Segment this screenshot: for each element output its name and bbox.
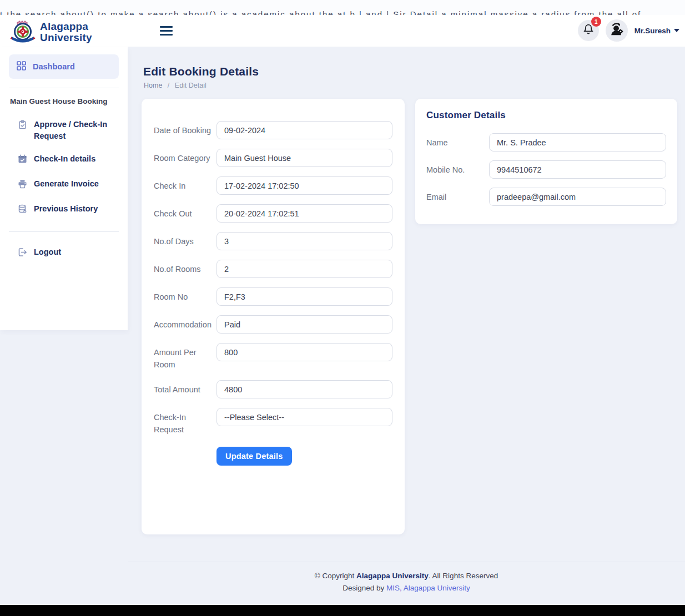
update-details-button[interactable]: Update Details (216, 447, 292, 466)
calendar-check-icon (18, 153, 27, 167)
sidebar-item-label: Approve / Check-In Request (34, 119, 118, 142)
form-row: Room CategoryMain Guest House (154, 149, 392, 167)
input-email[interactable]: pradeepa@gmail.com (489, 188, 666, 206)
field-label: Check-In Request (154, 408, 216, 436)
university-name: Alagappa University (40, 21, 92, 43)
sidebar-item-dashboard[interactable]: Dashboard (9, 54, 119, 79)
form-row: NameMr. S. Pradee (426, 133, 666, 152)
university-emblem-icon (10, 18, 36, 46)
form-row: Room NoF2,F3 (154, 287, 392, 306)
sidebar-item-approve-check-in-request[interactable]: Approve / Check-In Request (9, 113, 119, 148)
input-date-of-booking[interactable]: 09-02-2024 (216, 121, 392, 139)
form-row: Check In17-02-2024 17:02:50 (154, 176, 392, 195)
user-menu[interactable]: Mr.Suresh (634, 27, 679, 35)
field-label: Room Category (154, 149, 216, 164)
top-clipped-artifact: t the search about() to make a search ab… (0, 0, 685, 15)
field-label: No.of Rooms (154, 260, 216, 275)
customer-details-title: Customer Details (426, 110, 666, 121)
breadcrumb-separator: / (168, 82, 169, 89)
dashboard-grid-icon (17, 61, 26, 72)
input-room-no[interactable]: F2,F3 (216, 287, 392, 306)
user-avatar[interactable] (606, 19, 628, 42)
form-row: Mobile No.9944510672 (426, 160, 666, 179)
field-label: Date of Booking (154, 121, 216, 137)
logout-icon (18, 246, 27, 260)
form-row: Amount Per Room800 (154, 343, 392, 371)
app-header: Alagappa University 1 (0, 15, 685, 47)
footer-brand: Alagappa University (356, 572, 429, 580)
sidebar-item-label: Generate Invoice (34, 178, 99, 190)
input-no-of-days[interactable]: 3 (216, 232, 392, 250)
form-row: No.of Days3 (154, 232, 392, 250)
field-label: Accommodation (154, 315, 216, 331)
designed-by-link[interactable]: MIS, Alagappa University (386, 584, 470, 592)
sidebar-toggle-hamburger-icon[interactable] (160, 24, 173, 37)
sidebar-item-previous-history[interactable]: Previous History (9, 198, 119, 223)
input-name[interactable]: Mr. S. Pradee (489, 133, 666, 152)
input-mobile-no[interactable]: 9944510672 (489, 160, 666, 179)
sidebar: Dashboard Main Guest House Booking Appro… (0, 47, 128, 330)
sidebar-item-check-in-details[interactable]: Check-In details (9, 148, 119, 173)
clipboard-check-icon (18, 119, 27, 133)
breadcrumb: Home / Edit Detail (144, 82, 206, 89)
field-label: Mobile No. (426, 160, 489, 176)
input-total-amount[interactable]: 4800 (216, 380, 392, 398)
input-room-category[interactable]: Main Guest House (216, 149, 392, 167)
input-amount-per-room[interactable]: 800 (216, 343, 392, 361)
sidebar-item-label: Previous History (34, 203, 98, 215)
sidebar-item-generate-invoice[interactable]: Generate Invoice (9, 173, 119, 198)
footer: © Copyright Alagappa University. All Rig… (128, 572, 685, 592)
field-label: Check In (154, 176, 216, 192)
field-label: Name (426, 133, 489, 149)
user-name-label: Mr.Suresh (634, 27, 671, 35)
clipped-text: t the search about() to make a search ab… (0, 9, 685, 15)
copyright-line: © Copyright Alagappa University. All Rig… (128, 572, 685, 580)
bell-icon (583, 24, 594, 37)
breadcrumb-current: Edit Detail (175, 82, 206, 89)
sidebar-divider (9, 231, 119, 232)
field-label: Amount Per Room (154, 343, 216, 371)
sidebar-item-label: Logout (34, 246, 61, 258)
page-title: Edit Booking Details (143, 65, 259, 78)
university-logo[interactable]: Alagappa University (10, 18, 92, 46)
field-label: No.of Days (154, 232, 216, 248)
field-label: Check Out (154, 204, 216, 220)
input-accommodation[interactable]: Paid (216, 315, 392, 334)
breadcrumb-home-link[interactable]: Home (144, 82, 162, 89)
notifications-button[interactable]: 1 (578, 20, 599, 41)
bottom-black-bar (0, 605, 685, 616)
sidebar-section-title: Main Guest House Booking (10, 97, 119, 105)
form-row: Check-In Request--Please Select-- (154, 408, 392, 436)
form-row: Total Amount4800 (154, 380, 392, 398)
form-row: Date of Booking09-02-2024 (154, 121, 392, 139)
printer-icon (18, 178, 27, 192)
input-check-out[interactable]: 20-02-2024 17:02:51 (216, 204, 392, 223)
sidebar-divider (9, 88, 119, 88)
database-icon (18, 203, 27, 217)
designed-by-line: Designed by MIS, Alagappa University (128, 584, 685, 592)
field-label: Room No (154, 287, 216, 303)
sidebar-item-logout[interactable]: Logout (9, 241, 119, 266)
form-row: No.of Rooms2 (154, 260, 392, 278)
user-gear-icon (608, 21, 625, 40)
footer-divider (128, 562, 685, 562)
form-row: AccommodationPaid (154, 315, 392, 334)
sidebar-item-label: Dashboard (33, 62, 75, 71)
booking-form-card: Date of Booking09-02-2024Room CategoryMa… (142, 99, 405, 534)
field-label: Email (426, 188, 489, 203)
sidebar-item-label: Check-In details (34, 153, 95, 165)
input-no-of-rooms[interactable]: 2 (216, 260, 392, 278)
input-check-in[interactable]: 17-02-2024 17:02:50 (216, 176, 392, 195)
select-check-in-request[interactable]: --Please Select-- (216, 408, 392, 426)
form-row: Emailpradeepa@gmail.com (426, 188, 666, 206)
notification-count-badge: 1 (591, 17, 601, 27)
field-label: Total Amount (154, 380, 216, 396)
chevron-down-icon (674, 29, 679, 32)
customer-details-card: Customer Details NameMr. S. PradeeMobile… (415, 99, 677, 224)
form-row: Check Out20-02-2024 17:02:51 (154, 204, 392, 223)
